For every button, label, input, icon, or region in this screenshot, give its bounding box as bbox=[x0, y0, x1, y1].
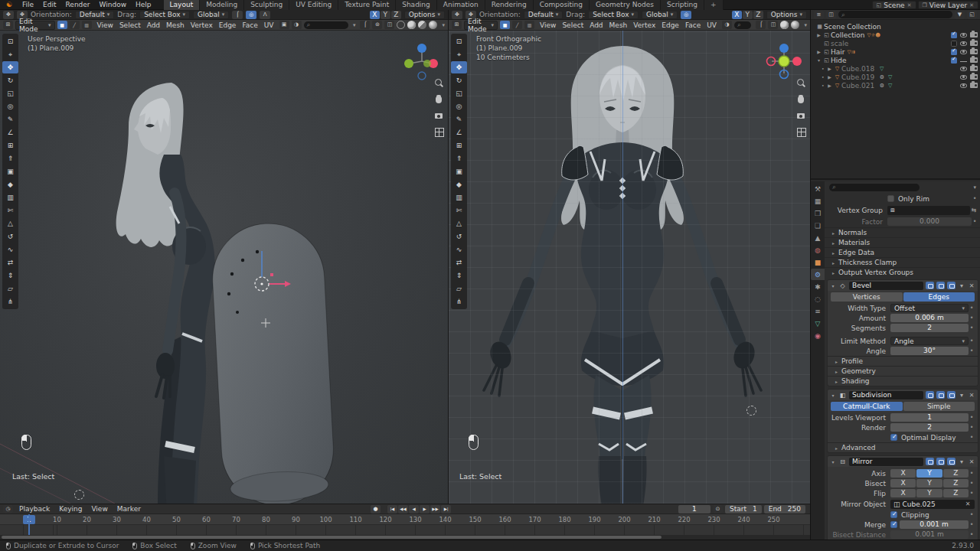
toolbar-tool[interactable]: ▱ bbox=[2, 282, 18, 295]
toggle-ortho-icon[interactable] bbox=[795, 126, 806, 137]
display-in-editmode-toggle[interactable] bbox=[926, 458, 934, 465]
toolbar-tool[interactable]: ⇄ bbox=[451, 256, 467, 269]
vertex-select-mode[interactable]: ■ bbox=[57, 21, 67, 29]
mirror-bisect-z[interactable]: Z bbox=[943, 479, 969, 487]
toolbar-tool[interactable]: ⇕ bbox=[451, 269, 467, 282]
display-realtime-toggle[interactable] bbox=[936, 458, 945, 465]
viewport-menu[interactable]: UV bbox=[261, 21, 277, 29]
toolbar-tool[interactable]: ⇄ bbox=[2, 256, 18, 269]
bevel-affect-edges[interactable]: Edges bbox=[903, 292, 975, 302]
outliner-row-collection[interactable]: ▶ ◱ Collection ▽☼☻ bbox=[811, 31, 980, 39]
merge-checkbox[interactable] bbox=[890, 521, 897, 528]
mirror-axis-y[interactable]: Y bbox=[916, 469, 942, 478]
overlays-icon[interactable]: ◫ bbox=[768, 21, 778, 29]
properties-tab[interactable]: ⚒ bbox=[811, 183, 825, 194]
subdiv-levels-slider[interactable]: 1 bbox=[890, 413, 969, 422]
eye-icon[interactable] bbox=[960, 67, 967, 71]
timeline-menu[interactable]: Marker bbox=[113, 505, 145, 513]
keying-clock-icon[interactable]: ⊙ bbox=[713, 505, 723, 514]
new-collection-icon[interactable]: ◱ bbox=[967, 11, 977, 19]
toolbar-tool[interactable]: ∠ bbox=[451, 126, 467, 139]
mirror-axis-toggle[interactable]: Y bbox=[743, 11, 753, 19]
toolbar-tool[interactable]: ↺ bbox=[451, 230, 467, 243]
workspace-tab[interactable]: Compositing bbox=[534, 0, 590, 10]
face-select-mode[interactable]: ▥ bbox=[524, 21, 534, 29]
toolbar-tool[interactable]: ✎ bbox=[451, 113, 467, 126]
proportional-edit-icon[interactable]: ◎ bbox=[681, 11, 691, 19]
mode-dropdown[interactable]: Edit Mode▾ bbox=[464, 21, 498, 30]
mirror-axis-toggle[interactable]: X bbox=[732, 11, 742, 19]
collapsed-subpanel[interactable]: Edge Data bbox=[825, 247, 980, 257]
eye-icon[interactable] bbox=[960, 75, 967, 80]
workspace-tab[interactable]: Modeling bbox=[200, 0, 244, 10]
remove-modifier-icon[interactable]: ✕ bbox=[968, 458, 975, 465]
outliner-row-hair[interactable]: ▶ ◱ Hair ▽⇉ bbox=[811, 47, 980, 56]
toolbar-tool[interactable]: ⊞ bbox=[2, 139, 18, 152]
workspace-tab[interactable]: Animation bbox=[437, 0, 485, 10]
viewport-menu[interactable]: Vertex bbox=[188, 21, 216, 29]
toolbar-tool[interactable]: ⊞ bbox=[451, 139, 467, 152]
current-frame-field[interactable]: 1 bbox=[678, 505, 710, 514]
collapse-arrow-icon[interactable]: ▾ bbox=[830, 459, 836, 465]
options-dropdown[interactable]: Options▾ bbox=[404, 11, 445, 19]
overlays-icon[interactable]: ◫ bbox=[384, 21, 394, 29]
transform-pivot-dropdown[interactable]: Global▾ bbox=[642, 11, 678, 19]
toolbar-tool[interactable]: ◆ bbox=[2, 178, 18, 191]
subdiv-render-slider[interactable]: 2 bbox=[890, 423, 969, 432]
display-realtime-toggle[interactable] bbox=[936, 282, 945, 289]
vertex-group-field[interactable]: ⧈ bbox=[887, 206, 970, 215]
bisect-distance-slider[interactable]: 0.001 m bbox=[890, 530, 969, 539]
frame-start-field[interactable]: Start 1 bbox=[725, 505, 762, 514]
viewport-menu[interactable]: UV bbox=[704, 21, 720, 29]
blender-logo-icon[interactable]: ☯ bbox=[3, 1, 15, 9]
transform-pivot-dropdown[interactable]: Global▾ bbox=[193, 11, 229, 19]
mirror-bisect-y[interactable]: Y bbox=[916, 479, 942, 487]
mirror-flip-z[interactable]: Z bbox=[943, 489, 969, 497]
display-render-toggle[interactable] bbox=[947, 391, 956, 399]
remove-modifier-icon[interactable]: ✕ bbox=[968, 282, 975, 289]
shading-solid-icon[interactable] bbox=[407, 21, 416, 29]
workspace-tab[interactable]: Sculpting bbox=[244, 0, 289, 10]
clipping-checkbox[interactable] bbox=[890, 511, 897, 518]
toolbar-tool[interactable]: ∿ bbox=[451, 243, 467, 256]
view-layer-selector[interactable]: ❐ View Layer ✕ bbox=[918, 1, 978, 9]
mirror-flip-y[interactable]: Y bbox=[916, 489, 942, 497]
toolbar-tool[interactable]: ✎ bbox=[2, 113, 18, 126]
collapsed-subpanel[interactable]: Shading bbox=[828, 376, 978, 386]
extras-dropdown-icon[interactable]: ▾ bbox=[958, 458, 965, 465]
edge-select-mode[interactable]: ╱ bbox=[512, 21, 522, 29]
toolbar-tool[interactable]: ∿ bbox=[2, 243, 18, 256]
topbar-menu[interactable]: Window bbox=[95, 0, 132, 10]
camera-restrict-icon[interactable] bbox=[970, 32, 978, 37]
expand-arrow-icon[interactable]: ▶ bbox=[826, 66, 833, 71]
toolbar-tool[interactable]: ✄ bbox=[451, 204, 467, 217]
optimal-display-checkbox[interactable] bbox=[890, 434, 897, 441]
unlink-icon[interactable]: ✕ bbox=[969, 2, 974, 9]
display-in-editmode-toggle[interactable] bbox=[926, 391, 934, 399]
shading-rendered-icon[interactable] bbox=[429, 21, 437, 29]
viewport-menu[interactable]: Add bbox=[586, 21, 606, 29]
transport-button[interactable]: ◀ bbox=[409, 505, 419, 514]
toolbar-tool[interactable]: △ bbox=[2, 217, 18, 230]
face-select-mode[interactable]: ▥ bbox=[82, 21, 92, 29]
display-render-toggle[interactable] bbox=[947, 458, 956, 465]
playhead[interactable] bbox=[28, 514, 30, 535]
subdiv-catmull-clark[interactable]: Catmull-Clark bbox=[831, 402, 903, 411]
auto-keying-icon[interactable]: ● bbox=[371, 505, 381, 514]
toolbar-tool[interactable]: ✥ bbox=[2, 61, 18, 73]
navigation-gizmo[interactable] bbox=[764, 41, 804, 81]
drag-dropdown[interactable]: Select Box▾ bbox=[588, 11, 639, 19]
properties-tab[interactable]: ▲ bbox=[811, 232, 825, 243]
toolbar-tool[interactable]: ▥ bbox=[451, 191, 467, 204]
viewport-menu[interactable]: View bbox=[537, 21, 559, 29]
topbar-menu[interactable]: Help bbox=[131, 0, 156, 10]
topbar-menu[interactable]: File bbox=[18, 0, 38, 10]
properties-tab[interactable]: ◌ bbox=[811, 293, 825, 305]
workspace-tab[interactable]: Rendering bbox=[485, 0, 534, 10]
expand-arrow-icon[interactable]: ▶ bbox=[815, 49, 822, 54]
transport-button[interactable]: ▶ bbox=[420, 505, 430, 514]
toolbar-tool[interactable]: ↻ bbox=[2, 74, 18, 86]
toolbar-tool[interactable]: ▥ bbox=[2, 191, 18, 204]
subdiv-simple[interactable]: Simple bbox=[903, 402, 975, 411]
properties-tab[interactable]: ✱ bbox=[811, 281, 825, 292]
